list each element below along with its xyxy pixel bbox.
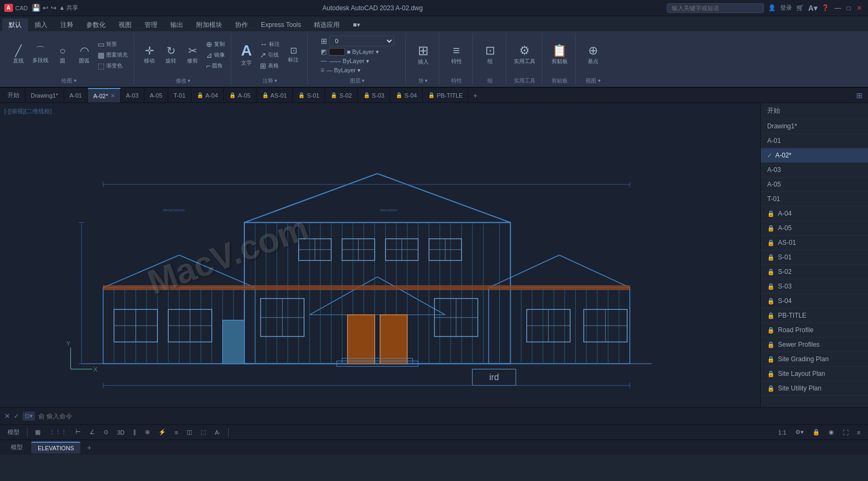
panel-item-a05b[interactable]: 🔒 A-05 [761, 221, 868, 236]
doc-tab-a01[interactable]: A-01 [64, 88, 88, 103]
undo-icon[interactable]: ↩ [43, 4, 49, 12]
save-icon[interactable]: 💾 [32, 4, 40, 12]
btn-leader[interactable]: ↗引线 [258, 50, 281, 60]
color-swatch[interactable] [329, 48, 345, 56]
panel-item-roadprofile[interactable]: 🔒 Road Profile [761, 323, 868, 338]
tab-insert[interactable]: 插入 [28, 18, 54, 31]
tab-collaborate[interactable]: 协作 [229, 18, 254, 31]
doc-tab-t01[interactable]: T-01 [168, 88, 191, 103]
doc-tab-a02[interactable]: A-02* ✕ [88, 88, 121, 103]
tab-default[interactable]: 默认 [2, 18, 28, 31]
doc-tab-drawing1[interactable]: Drawing1* [25, 88, 64, 103]
tab-grid-button[interactable]: ⊞ [853, 89, 866, 102]
btn-line[interactable]: ╱ 直线 [9, 44, 28, 66]
status-workspace[interactable]: ⚙▾ [792, 428, 807, 437]
close-button[interactable]: ✕ [855, 4, 864, 12]
tab-manage[interactable]: 管理 [138, 18, 164, 31]
panel-item-as01[interactable]: 🔒 AS-01 [761, 236, 868, 250]
cmd-mode-btn[interactable]: ⊡▾ [23, 411, 35, 421]
btn-hatch[interactable]: ▦图案填充 [96, 50, 129, 60]
canvas-area[interactable]: [-][俯视][二维线框] [0, 103, 760, 407]
btn-insert[interactable]: ⊞ 插入 [414, 43, 433, 67]
btn-dim[interactable]: ↔标注 [258, 39, 281, 49]
btn-rect[interactable]: ▭矩形 [96, 39, 129, 49]
panel-item-a05[interactable]: A-05 [761, 177, 868, 192]
status-ducs[interactable]: ⊕ [142, 428, 153, 437]
panel-item-sewerprofiles[interactable]: 🔒 Sewer Profiles [761, 338, 868, 352]
btn-trim[interactable]: ✂ 修剪 [183, 44, 202, 66]
doc-tab-a05b[interactable]: 🔒 A-05 [224, 88, 256, 103]
doc-tab-s02[interactable]: 🔒 S-02 [325, 88, 357, 103]
doc-tab-a03[interactable]: A-03 [121, 88, 144, 103]
status-selection[interactable]: ⬚ [197, 428, 209, 437]
tab-select[interactable]: 精选应用 [307, 18, 346, 31]
tab-close-a02[interactable]: ✕ [111, 93, 115, 99]
minimize-button[interactable]: — [833, 4, 842, 12]
doc-tab-s04[interactable]: 🔒 S-04 [390, 88, 423, 103]
status-osnap[interactable]: ⊙ [100, 428, 112, 437]
panel-item-s02[interactable]: 🔒 S-02 [761, 265, 868, 279]
doc-tab-start[interactable]: 开始 [2, 88, 25, 103]
doc-tab-s03[interactable]: 🔒 S-03 [358, 88, 390, 103]
bottom-tab-model[interactable]: 模型 [4, 441, 29, 453]
status-customize[interactable]: ≡ [854, 428, 864, 437]
panel-item-sitelayout[interactable]: 🔒 Site Layout Plan [761, 367, 868, 381]
status-lineweight[interactable]: ≡ [171, 428, 181, 437]
btn-copy[interactable]: ⊕复制 [204, 39, 226, 49]
panel-item-a04[interactable]: 🔒 A-04 [761, 207, 868, 221]
status-grid[interactable]: ▦ [32, 428, 44, 437]
tab-addons[interactable]: 附加模块 [190, 18, 229, 31]
doc-tab-a04[interactable]: 🔒 A-04 [191, 88, 224, 103]
cart-icon[interactable]: 🛒 [796, 4, 804, 11]
status-snap[interactable]: ⋮⋮⋮ [46, 428, 70, 437]
status-3dosnap[interactable]: 3D [114, 428, 128, 437]
bottom-tab-elevations[interactable]: ELEVATIONS [31, 442, 80, 453]
btn-rotate[interactable]: ↻ 旋转 [161, 44, 181, 66]
layer-dropdown[interactable]: 0 [329, 36, 394, 46]
panel-item-s01[interactable]: 🔒 S-01 [761, 250, 868, 265]
btn-text[interactable]: A 文字 [237, 42, 256, 68]
panel-item-a03[interactable]: A-03 [761, 163, 868, 177]
btn-fillet[interactable]: ⌐圆角 [204, 61, 226, 71]
panel-item-start[interactable]: 开始 [761, 103, 868, 119]
btn-polyline[interactable]: ⌒ 多段线 [30, 45, 51, 65]
tab-view[interactable]: 视图 [112, 18, 138, 31]
maximize-button[interactable]: □ [844, 4, 853, 12]
panel-item-t01[interactable]: T-01 [761, 192, 868, 207]
share-icon[interactable]: ▲ 共享 [59, 4, 78, 12]
panel-item-s04[interactable]: 🔒 S-04 [761, 294, 868, 308]
btn-circle[interactable]: ○ 圆 [53, 44, 72, 66]
doc-tab-pbtitle[interactable]: 🔒 PB-TITLE [423, 88, 469, 103]
tab-misc[interactable]: ■▾ [346, 18, 366, 31]
btn-basepoint[interactable]: ⊕ 基点 [583, 44, 603, 66]
btn-mirror[interactable]: ⊿镜像 [204, 50, 226, 60]
help-icon[interactable]: ❓ [822, 4, 829, 11]
doc-tab-s01[interactable]: 🔒 S-01 [293, 88, 325, 103]
btn-gradient[interactable]: ⬚渐变色 [96, 61, 129, 71]
panel-item-sitegrading[interactable]: 🔒 Site Grading Plan [761, 352, 868, 367]
panel-item-siteutility[interactable]: 🔒 Site Utility Plan [761, 381, 868, 396]
btn-clipboard[interactable]: 📋 剪贴板 [549, 44, 570, 66]
status-fullscreen[interactable]: ⛶ [839, 428, 852, 437]
btn-properties[interactable]: ≡ 特性 [447, 44, 466, 66]
panel-item-drawing1[interactable]: Drawing1* [761, 119, 868, 134]
btn-utilities[interactable]: ⚙ 实用工具 [512, 44, 538, 66]
status-model[interactable]: 模型 [4, 427, 23, 437]
redo-icon[interactable]: ↪ [51, 4, 57, 12]
cmd-confirm-icon[interactable]: ✓ [13, 412, 19, 420]
status-annotate[interactable]: A· [211, 428, 223, 437]
status-polar[interactable]: ∠ [86, 428, 98, 437]
doc-tab-as01[interactable]: 🔒 AS-01 [257, 88, 293, 103]
tab-express[interactable]: Express Tools [254, 18, 307, 31]
search-input[interactable] [667, 3, 764, 13]
panel-item-a02[interactable]: ✓ A-02* [761, 148, 868, 163]
status-transparency[interactable]: ◫ [183, 428, 195, 437]
tab-output[interactable]: 输出 [164, 18, 190, 31]
panel-item-pbtitle[interactable]: 🔒 PB-TITLE [761, 308, 868, 323]
font-icon[interactable]: A▾ [808, 4, 817, 12]
panel-item-s03[interactable]: 🔒 S-03 [761, 279, 868, 294]
status-ui-lock[interactable]: 🔒 [809, 428, 823, 437]
tab-annotate[interactable]: 注释 [54, 18, 80, 31]
status-isolate[interactable]: ◉ [825, 428, 837, 437]
status-otrack[interactable]: ∥ [130, 428, 140, 437]
